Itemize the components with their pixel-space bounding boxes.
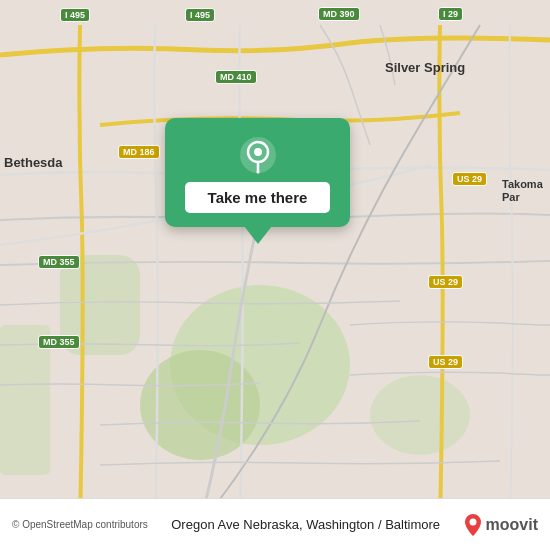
moovit-brand-text: moovit xyxy=(486,516,538,534)
location-pin-icon xyxy=(239,136,277,174)
city-label-takoma: TakomaPar xyxy=(502,178,543,204)
svg-point-4 xyxy=(370,375,470,455)
map-container: I 495 I 495 MD 410 MD 186 MD 355 MD 355 … xyxy=(0,0,550,550)
road-badge-i495-2: I 495 xyxy=(185,8,215,22)
road-badge-md390: MD 390 xyxy=(318,7,360,21)
moovit-pin-icon xyxy=(464,514,482,536)
moovit-logo: moovit xyxy=(464,514,538,536)
attribution-text: © OpenStreetMap contributors xyxy=(12,519,148,530)
road-badge-md355-1: MD 355 xyxy=(38,255,80,269)
road-badge-us29-2: US 29 xyxy=(428,275,463,289)
road-badge-i495-1: I 495 xyxy=(60,8,90,22)
road-badge-md355-2: MD 355 xyxy=(38,335,80,349)
city-label-bethesda: Bethesda xyxy=(4,155,63,170)
city-label-silver-spring: Silver Spring xyxy=(385,60,465,75)
road-badge-md186: MD 186 xyxy=(118,145,160,159)
road-badge-us29-1: US 29 xyxy=(452,172,487,186)
road-badge-md410: MD 410 xyxy=(215,70,257,84)
road-badge-us29-3: US 29 xyxy=(428,355,463,369)
svg-point-9 xyxy=(256,171,259,174)
location-label: Oregon Ave Nebraska, Washington / Baltim… xyxy=(148,517,464,532)
svg-point-8 xyxy=(254,148,262,156)
map-background xyxy=(0,0,550,550)
svg-point-10 xyxy=(469,518,476,525)
road-badge-i29: I 29 xyxy=(438,7,463,21)
popup-box: Take me there xyxy=(165,118,350,227)
take-me-there-button[interactable]: Take me there xyxy=(185,182,330,213)
popup-tail xyxy=(244,226,272,244)
location-popup: Take me there xyxy=(165,118,350,244)
bottom-bar: © OpenStreetMap contributors Oregon Ave … xyxy=(0,498,550,550)
